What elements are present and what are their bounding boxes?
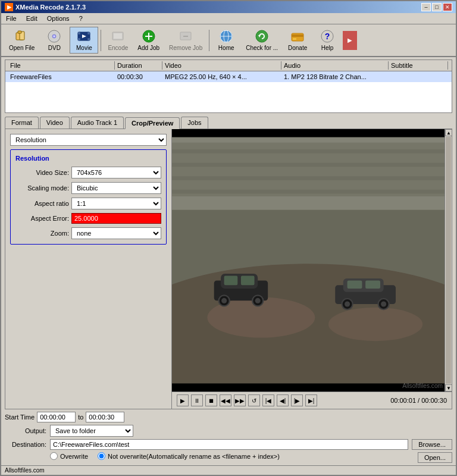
svg-rect-18 [183,36,188,37]
browse-button[interactable]: Browse... [412,439,452,450]
cell-audio: 1. MP2 128 Bitrate 2 Chan... [281,73,389,81]
maximize-button[interactable]: □ [432,3,442,11]
check-updates-label: Check for ... [246,45,278,51]
encode-button[interactable]: Encode [104,27,132,54]
left-panel: Resolution Crop Preview Resolution Video… [5,129,172,409]
add-job-icon [142,29,156,43]
menu-options[interactable]: Options [45,14,72,23]
preview-controls: ▶ ⏸ ⏹ ◀◀ ▶▶ ↺ |◀ ◀| |▶ ▶| 00:00:01 / 00:… [172,392,452,409]
radio-row: Overwrite Not overwrite(Automatically re… [5,452,414,460]
mode-dropdown[interactable]: Resolution Crop Preview [10,134,167,146]
aspect-error-input[interactable] [71,213,161,224]
dvd-button[interactable]: DVD [40,27,68,54]
aspect-ratio-dropdown[interactable]: 1:1 4:3 16:9 [71,198,161,209]
mode-dropdown-row: Resolution Crop Preview [10,134,167,146]
resolution-legend: Resolution [15,155,161,162]
output-dropdown[interactable]: Save to folder Save to file [50,425,133,437]
start-time-label: Start Time [5,414,35,421]
destination-label: Destination: [5,441,46,448]
rewind-button[interactable]: ◀◀ [220,394,231,406]
overwrite-radio[interactable] [50,452,58,460]
check-updates-button[interactable]: Check for ... [242,27,282,54]
svg-rect-26 [292,35,303,37]
donate-button[interactable]: Donate [283,27,312,54]
status-text: Allsoftfiles.com [5,467,45,474]
svg-point-23 [256,30,268,42]
next-frame-button[interactable]: |▶ [291,394,303,406]
start-time-from-input[interactable] [37,412,76,422]
video-size-control: 704x576 720x576 640x480 1280x720 [71,167,161,178]
radio-and-open-row: Overwrite Not overwrite(Automatically re… [5,452,452,463]
main-window: ▶ XMedia Recode 2.1.7.3 – □ ✕ File Edit … [0,0,457,476]
open-file-button[interactable]: Open File [5,27,39,54]
scroll-thumb[interactable] [446,137,451,384]
stop-button[interactable]: ⏹ [205,394,217,406]
scroll-down-arrow[interactable]: ▼ [445,384,452,392]
aspect-error-row: Aspect Error: [15,213,161,224]
preview-container: Allsoftfiles.com ▲ ▼ [172,129,452,392]
dvd-icon [47,29,61,43]
output-label: Output: [5,427,46,434]
menu-help[interactable]: ? [77,14,85,23]
tab-format[interactable]: Format [5,117,39,129]
help-button[interactable]: ? Help [313,27,342,54]
svg-rect-27 [293,38,296,40]
svg-text:Allsoftfiles.com: Allsoftfiles.com [402,383,443,389]
overwrite-label-text: Overwrite [60,453,88,460]
zoom-control: none 25% 50% 75% 100% [71,227,161,239]
table-row[interactable]: FreewareFiles 00:00:30 MPEG2 25.00 Hz, 6… [5,71,452,82]
time-display: 00:00:01 / 00:00:30 [390,397,447,404]
svg-rect-7 [78,32,80,35]
tab-audio-track-1[interactable]: Audio Track 1 [71,117,124,129]
zoom-dropdown[interactable]: none 25% 50% 75% 100% [71,227,161,239]
cell-duration: 00:00:30 [115,73,162,81]
play-button[interactable]: ▶ [177,394,189,406]
help-label: Help [321,45,334,51]
not-overwrite-radio[interactable] [98,452,105,460]
tab-jobs[interactable]: Jobs [181,117,208,129]
cell-subtitle [389,73,448,81]
menu-edit[interactable]: Edit [24,14,40,23]
col-duration: Duration [115,61,162,70]
start-mark-button[interactable]: |◀ [262,394,274,406]
menu-file[interactable]: File [4,14,19,23]
home-button[interactable]: Home [212,27,240,54]
scroll-up-arrow[interactable]: ▲ [445,129,452,136]
preview-scrollbar[interactable]: ▲ ▼ [445,129,452,392]
movie-button[interactable]: Movie [70,27,98,54]
tab-video[interactable]: Video [40,117,70,129]
loop-button[interactable]: ↺ [248,394,260,406]
end-mark-button[interactable]: ▶| [305,394,317,406]
extra-button[interactable]: ▶ [343,31,357,50]
svg-rect-13 [114,33,122,39]
tab-crop-preview[interactable]: Crop/Preview [125,117,180,129]
destination-row: Destination: Browse... [5,439,452,450]
not-overwrite-radio-label[interactable]: Not overwrite(Automatically rename as <f… [98,452,280,460]
title-bar: ▶ XMedia Recode 2.1.7.3 – □ ✕ [1,1,456,13]
toolbar-sep-2 [209,30,209,51]
prev-frame-button[interactable]: ◀| [277,394,289,406]
add-job-button[interactable]: Add Job [133,27,164,54]
cell-video: MPEG2 25.00 Hz, 640 × 4... [162,73,281,81]
aspect-ratio-label: Aspect ratio [15,200,69,207]
close-button[interactable]: ✕ [443,3,452,11]
forward-button[interactable]: ▶▶ [234,394,246,406]
not-overwrite-label-text: Not overwrite(Automatically rename as <f… [108,453,280,460]
video-size-dropdown[interactable]: 704x576 720x576 640x480 1280x720 [71,167,161,178]
open-file-label: Open File [9,45,35,51]
open-button[interactable]: Open... [418,452,452,463]
encode-label: Encode [108,45,128,51]
start-time-to-input[interactable] [86,412,124,422]
destination-input[interactable] [50,439,408,450]
right-panel: Allsoftfiles.com ▲ ▼ ▶ ⏸ ⏹ ◀◀ ▶▶ ↺ |◀ ◀| [172,129,452,409]
scaling-mode-dropdown[interactable]: Bicubic Bilinear Nearest [71,182,161,194]
col-file: File [8,61,115,70]
pause-button[interactable]: ⏸ [191,394,203,406]
remove-job-button[interactable]: Remove Job [165,27,206,54]
movie-icon [77,29,91,43]
menu-bar: File Edit Options ? [1,13,456,24]
overwrite-radio-label[interactable]: Overwrite [50,452,88,460]
dvd-label: DVD [48,45,61,51]
preview-area: Allsoftfiles.com [172,129,445,392]
minimize-button[interactable]: – [421,3,431,11]
